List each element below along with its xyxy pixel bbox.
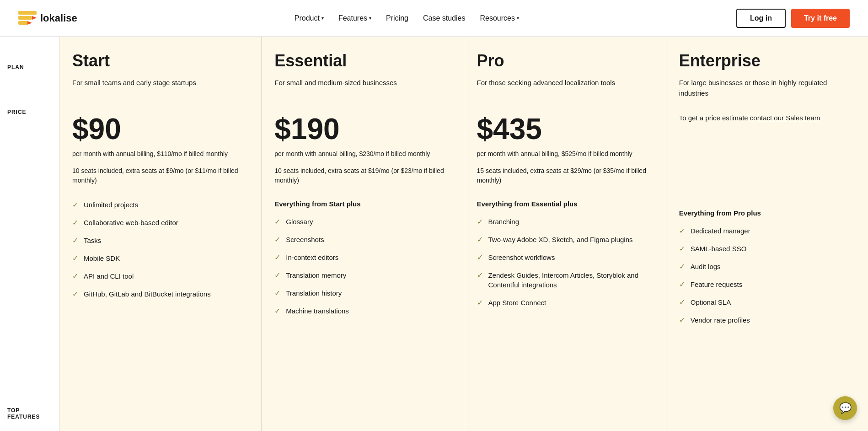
list-item: ✓ Tasks [72,236,248,245]
label-column: PLAN PRICE TOP FEATURES [0,37,59,431]
feature-text: Feature requests [691,280,742,289]
nav-pricing[interactable]: Pricing [386,14,408,22]
check-icon: ✓ [72,218,78,227]
try-it-free-button[interactable]: Try it free [791,9,850,28]
list-item: ✓ Feature requests [679,280,855,289]
feature-text: Two-way Adobe XD, Sketch, and Figma plug… [488,235,633,244]
feature-text: Translation memory [286,270,346,280]
plan-pro-desc: For those seeking advanced localization … [477,78,653,100]
navbar: lokalise Product ▾ Features ▾ Pricing Ca… [0,0,868,37]
svg-rect-1 [18,16,32,20]
plan-essential-name: Essential [274,51,450,70]
list-item: ✓ Screenshots [274,235,450,244]
check-icon: ✓ [72,272,78,280]
chevron-down-icon: ▾ [517,16,519,21]
check-icon: ✓ [477,253,483,262]
feature-text: Optional SLA [691,297,731,307]
plan-essential: Essential For small and medium-sized bus… [262,37,464,431]
list-item: ✓ Vendor rate profiles [679,315,855,325]
check-icon: ✓ [679,298,685,307]
plan-pro-seats: 15 seats included, extra seats at $29/mo… [477,166,653,185]
check-icon: ✓ [274,217,280,226]
login-button[interactable]: Log in [736,9,786,28]
nav-product[interactable]: Product ▾ [295,14,324,22]
svg-marker-4 [27,21,32,25]
list-item: ✓ In-context editors [274,253,450,262]
list-item: ✓ Translation history [274,288,450,298]
plan-pro-features-header: Everything from Essential plus [477,200,653,208]
features-label: TOP FEATURES [0,389,59,431]
plan-enterprise-name: Enterprise [679,51,855,70]
feature-text: Screenshots [286,235,324,244]
check-icon: ✓ [679,262,685,271]
nav-resources[interactable]: Resources ▾ [480,14,519,22]
plan-start-seats: 10 seats included, extra seats at $9/mo … [72,166,248,185]
check-icon: ✓ [679,226,685,235]
feature-text: Unlimited projects [84,200,138,210]
list-item: ✓ Audit logs [679,262,855,271]
plan-essential-seats: 10 seats included, extra seats at $19/mo… [274,166,450,185]
plan-pro-price: $435 [477,114,653,144]
feature-text: In-context editors [286,253,338,262]
plan-essential-price: $190 [274,114,450,144]
feature-text: Branching [488,217,520,226]
plan-start-desc: For small teams and early stage startups [72,78,248,100]
list-item: ✓ Zendesk Guides, Intercom Articles, Sto… [477,270,653,290]
plan-enterprise-desc: For large businesses or those in highly … [679,78,855,100]
check-icon: ✓ [72,254,78,263]
plan-essential-billing: per month with annual billing, $230/mo i… [274,149,450,159]
check-icon: ✓ [274,271,280,280]
feature-text: Translation history [286,288,342,298]
list-item: ✓ Dedicated manager [679,226,855,236]
logo[interactable]: lokalise [18,11,77,26]
check-icon: ✓ [679,316,685,324]
list-item: ✓ Collaborative web-based editor [72,218,248,227]
plan-label: PLAN [0,37,59,98]
feature-text: App Store Connect [488,298,547,307]
list-item: ✓ API and CLI tool [72,271,248,281]
contact-sales-link[interactable]: contact our Sales team [750,114,820,122]
feature-text: Audit logs [691,262,721,271]
svg-rect-0 [18,11,37,15]
check-icon: ✓ [274,253,280,262]
feature-text: Vendor rate profiles [691,315,750,325]
list-item: ✓ Mobile SDK [72,253,248,263]
feature-text: API and CLI tool [84,271,134,281]
check-icon: ✓ [72,290,78,298]
plan-start-billing: per month with annual billing, $110/mo i… [72,149,248,159]
check-icon: ✓ [72,236,78,245]
list-item: ✓ Two-way Adobe XD, Sketch, and Figma pl… [477,235,653,244]
feature-text: Machine translations [286,306,349,316]
plan-pro-name: Pro [477,51,653,70]
list-item: ✓ App Store Connect [477,298,653,307]
nav-features[interactable]: Features ▾ [338,14,371,22]
feature-text: Mobile SDK [84,253,120,263]
plan-start-price: $90 [72,114,248,144]
check-icon: ✓ [477,235,483,244]
list-item: ✓ Unlimited projects [72,200,248,210]
plan-enterprise: Enterprise For large businesses or those… [666,37,868,431]
svg-marker-2 [32,16,37,20]
plan-enterprise-price: To get a price estimate contact our Sale… [679,114,855,121]
nav-case-studies[interactable]: Case studies [423,14,466,22]
list-item: ✓ SAML-based SSO [679,244,855,253]
list-item: ✓ Optional SLA [679,297,855,307]
feature-text: Glossary [286,217,313,226]
plan-pro: Pro For those seeking advanced localizat… [464,37,666,431]
nav-links: Product ▾ Features ▾ Pricing Case studie… [295,14,519,22]
list-item: ✓ GitHub, GitLab and BitBucket integrati… [72,289,248,299]
check-icon: ✓ [679,280,685,289]
list-item: ✓ Machine translations [274,306,450,316]
feature-text: Collaborative web-based editor [84,218,178,227]
chevron-down-icon: ▾ [321,16,324,21]
list-item: ✓ Branching [477,217,653,226]
chat-widget-button[interactable]: 💬 [833,396,857,420]
check-icon: ✓ [274,307,280,315]
logo-text: lokalise [40,12,77,24]
logo-icon [18,11,37,26]
list-item: ✓ Translation memory [274,270,450,280]
feature-text: Dedicated manager [691,226,750,236]
svg-rect-3 [18,21,27,25]
price-label: PRICE [0,98,59,389]
feature-text: Screenshot workflows [488,253,555,262]
